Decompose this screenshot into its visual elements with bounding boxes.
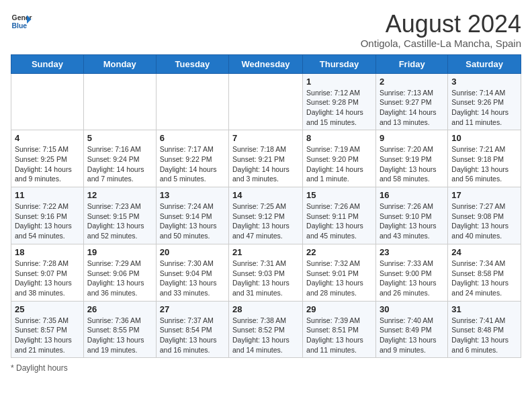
calendar-cell: 10Sunrise: 7:21 AMSunset: 9:18 PMDayligh… <box>448 130 521 187</box>
day-detail: Sunrise: 7:16 AMSunset: 9:24 PMDaylight:… <box>87 144 152 184</box>
calendar-cell: 28Sunrise: 7:38 AMSunset: 8:52 PMDayligh… <box>229 301 303 358</box>
day-number: 27 <box>160 304 225 314</box>
calendar-cell: 12Sunrise: 7:23 AMSunset: 9:15 PMDayligh… <box>83 187 156 244</box>
day-number: 5 <box>87 133 152 143</box>
day-detail: Sunrise: 7:31 AMSunset: 9:03 PMDaylight:… <box>232 259 299 298</box>
day-detail: Sunrise: 7:22 AMSunset: 9:16 PMDaylight:… <box>15 201 80 241</box>
day-number: 20 <box>160 247 225 257</box>
weekday-header-monday: Monday <box>83 54 156 73</box>
day-number: 11 <box>15 190 80 200</box>
calendar-cell: 20Sunrise: 7:30 AMSunset: 9:04 PMDayligh… <box>156 244 228 301</box>
calendar-week-4: 18Sunrise: 7:28 AMSunset: 9:07 PMDayligh… <box>11 244 521 301</box>
calendar-cell: 14Sunrise: 7:25 AMSunset: 9:12 PMDayligh… <box>229 187 303 244</box>
weekday-header-wednesday: Wednesday <box>229 54 303 73</box>
calendar-cell: 16Sunrise: 7:26 AMSunset: 9:10 PMDayligh… <box>375 187 447 244</box>
calendar-week-2: 4Sunrise: 7:15 AMSunset: 9:25 PMDaylight… <box>11 130 521 187</box>
header: General Blue General Blue August 2024 On… <box>11 11 521 49</box>
calendar-cell: 3Sunrise: 7:14 AMSunset: 9:26 PMDaylight… <box>448 73 521 130</box>
day-number: 8 <box>306 133 372 143</box>
calendar-week-5: 25Sunrise: 7:35 AMSunset: 8:57 PMDayligh… <box>11 301 521 358</box>
footer-label: Daylight hours <box>16 363 68 373</box>
footer-note: * Daylight hours <box>11 363 521 373</box>
day-detail: Sunrise: 7:21 AMSunset: 9:18 PMDaylight:… <box>451 144 517 184</box>
day-number: 25 <box>15 304 80 314</box>
day-detail: Sunrise: 7:28 AMSunset: 9:07 PMDaylight:… <box>15 259 80 298</box>
calendar-cell: 7Sunrise: 7:18 AMSunset: 9:21 PMDaylight… <box>229 130 303 187</box>
day-detail: Sunrise: 7:39 AMSunset: 8:51 PMDaylight:… <box>306 316 372 355</box>
day-detail: Sunrise: 7:35 AMSunset: 8:57 PMDaylight:… <box>15 316 80 355</box>
day-detail: Sunrise: 7:38 AMSunset: 8:52 PMDaylight:… <box>232 316 299 355</box>
calendar-cell: 9Sunrise: 7:20 AMSunset: 9:19 PMDaylight… <box>375 130 447 187</box>
day-number: 28 <box>232 304 299 314</box>
calendar-cell: 27Sunrise: 7:37 AMSunset: 8:54 PMDayligh… <box>156 301 228 358</box>
calendar-table: SundayMondayTuesdayWednesdayThursdayFrid… <box>11 54 521 359</box>
calendar-cell <box>11 73 84 130</box>
day-detail: Sunrise: 7:17 AMSunset: 9:22 PMDaylight:… <box>160 144 225 184</box>
calendar-body: 1Sunrise: 7:12 AMSunset: 9:28 PMDaylight… <box>11 73 521 358</box>
day-number: 7 <box>232 133 299 143</box>
calendar-cell: 31Sunrise: 7:41 AMSunset: 8:48 PMDayligh… <box>448 301 521 358</box>
weekday-header-sunday: Sunday <box>11 54 84 73</box>
calendar-cell: 6Sunrise: 7:17 AMSunset: 9:22 PMDaylight… <box>156 130 228 187</box>
calendar-cell: 13Sunrise: 7:24 AMSunset: 9:14 PMDayligh… <box>156 187 228 244</box>
weekday-header-tuesday: Tuesday <box>156 54 228 73</box>
day-number: 30 <box>380 304 444 314</box>
day-number: 31 <box>451 304 517 314</box>
calendar-cell: 29Sunrise: 7:39 AMSunset: 8:51 PMDayligh… <box>303 301 376 358</box>
calendar-cell: 1Sunrise: 7:12 AMSunset: 9:28 PMDaylight… <box>303 73 376 130</box>
day-number: 6 <box>160 133 225 143</box>
calendar-cell: 5Sunrise: 7:16 AMSunset: 9:24 PMDaylight… <box>83 130 156 187</box>
day-number: 1 <box>306 77 372 87</box>
calendar-subtitle: Ontigola, Castille-La Mancha, Spain <box>361 38 521 49</box>
title-area: August 2024 Ontigola, Castille-La Mancha… <box>361 11 521 49</box>
calendar-cell: 18Sunrise: 7:28 AMSunset: 9:07 PMDayligh… <box>11 244 84 301</box>
calendar-cell: 25Sunrise: 7:35 AMSunset: 8:57 PMDayligh… <box>11 301 84 358</box>
day-number: 26 <box>87 304 152 314</box>
calendar-week-1: 1Sunrise: 7:12 AMSunset: 9:28 PMDaylight… <box>11 73 521 130</box>
calendar-cell: 26Sunrise: 7:36 AMSunset: 8:55 PMDayligh… <box>83 301 156 358</box>
calendar-cell: 2Sunrise: 7:13 AMSunset: 9:27 PMDaylight… <box>375 73 447 130</box>
day-detail: Sunrise: 7:27 AMSunset: 9:08 PMDaylight:… <box>451 201 517 241</box>
day-detail: Sunrise: 7:34 AMSunset: 8:58 PMDaylight:… <box>451 259 517 298</box>
day-number: 12 <box>87 190 152 200</box>
calendar-cell: 23Sunrise: 7:33 AMSunset: 9:00 PMDayligh… <box>375 244 447 301</box>
weekday-header-thursday: Thursday <box>303 54 376 73</box>
calendar-cell: 21Sunrise: 7:31 AMSunset: 9:03 PMDayligh… <box>229 244 303 301</box>
calendar-cell <box>229 73 303 130</box>
day-detail: Sunrise: 7:24 AMSunset: 9:14 PMDaylight:… <box>160 201 225 241</box>
calendar-cell: 4Sunrise: 7:15 AMSunset: 9:25 PMDaylight… <box>11 130 84 187</box>
svg-text:Blue: Blue <box>12 22 28 30</box>
day-detail: Sunrise: 7:33 AMSunset: 9:00 PMDaylight:… <box>380 259 444 298</box>
day-detail: Sunrise: 7:13 AMSunset: 9:27 PMDaylight:… <box>380 88 444 128</box>
day-number: 16 <box>380 190 444 200</box>
day-detail: Sunrise: 7:29 AMSunset: 9:06 PMDaylight:… <box>87 259 152 298</box>
logo-icon: General Blue <box>11 11 32 32</box>
day-detail: Sunrise: 7:19 AMSunset: 9:20 PMDaylight:… <box>306 144 372 184</box>
day-detail: Sunrise: 7:20 AMSunset: 9:19 PMDaylight:… <box>380 144 444 184</box>
day-detail: Sunrise: 7:12 AMSunset: 9:28 PMDaylight:… <box>306 88 372 128</box>
day-number: 13 <box>160 190 225 200</box>
calendar-cell: 17Sunrise: 7:27 AMSunset: 9:08 PMDayligh… <box>448 187 521 244</box>
day-number: 21 <box>232 247 299 257</box>
calendar-cell <box>156 73 228 130</box>
day-detail: Sunrise: 7:18 AMSunset: 9:21 PMDaylight:… <box>232 144 299 184</box>
calendar-week-3: 11Sunrise: 7:22 AMSunset: 9:16 PMDayligh… <box>11 187 521 244</box>
day-number: 9 <box>380 133 444 143</box>
day-number: 15 <box>306 190 372 200</box>
day-number: 17 <box>451 190 517 200</box>
day-detail: Sunrise: 7:36 AMSunset: 8:55 PMDaylight:… <box>87 316 152 355</box>
logo: General Blue General Blue <box>11 11 32 32</box>
calendar-cell: 8Sunrise: 7:19 AMSunset: 9:20 PMDaylight… <box>303 130 376 187</box>
calendar-header: SundayMondayTuesdayWednesdayThursdayFrid… <box>11 54 521 73</box>
weekday-header-saturday: Saturday <box>448 54 521 73</box>
calendar-cell <box>83 73 156 130</box>
day-number: 18 <box>15 247 80 257</box>
day-number: 10 <box>451 133 517 143</box>
day-detail: Sunrise: 7:30 AMSunset: 9:04 PMDaylight:… <box>160 259 225 298</box>
weekday-header-row: SundayMondayTuesdayWednesdayThursdayFrid… <box>11 54 521 73</box>
day-number: 14 <box>232 190 299 200</box>
day-detail: Sunrise: 7:23 AMSunset: 9:15 PMDaylight:… <box>87 201 152 241</box>
day-number: 23 <box>380 247 444 257</box>
day-number: 24 <box>451 247 517 257</box>
calendar-cell: 15Sunrise: 7:26 AMSunset: 9:11 PMDayligh… <box>303 187 376 244</box>
